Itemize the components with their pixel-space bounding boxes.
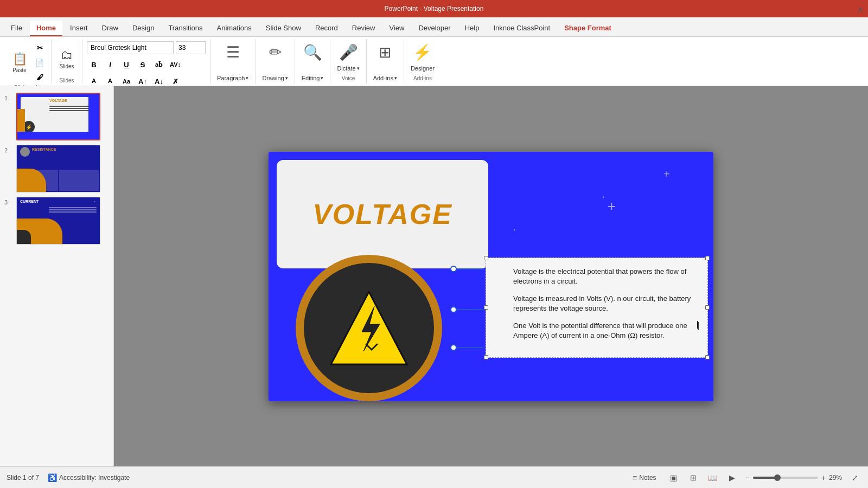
tab-shape-format[interactable]: Shape Format xyxy=(558,21,618,36)
zoom-slider-fill xyxy=(753,477,776,479)
tab-file[interactable]: File xyxy=(4,21,29,36)
italic-button[interactable]: I xyxy=(103,58,117,71)
addins-group[interactable]: ⊞ Add-ins ▾ xyxy=(367,39,404,84)
zoom-slider[interactable] xyxy=(753,477,818,479)
tab-help[interactable]: Help xyxy=(458,21,486,36)
tab-transitions[interactable]: Transitions xyxy=(162,21,209,36)
tab-animations[interactable]: Animations xyxy=(210,21,258,36)
outer-circle xyxy=(296,255,442,401)
ribbon-collapse-btn[interactable]: ∧ xyxy=(857,4,864,15)
zoom-in-icon[interactable]: + xyxy=(821,473,826,482)
zoom-control: − + 29% xyxy=(745,473,842,482)
slide1-text-lines xyxy=(49,106,94,112)
slide-canvas[interactable]: + + + VOLTAGE xyxy=(269,152,713,401)
star-dot-2: ✦ xyxy=(513,228,516,232)
voice-group[interactable]: 🎤 Dictate ▾ Voice xyxy=(330,39,366,84)
slide-sorter-button[interactable]: ⊞ xyxy=(687,471,700,484)
slide-preview-2: RESISTANCE xyxy=(16,145,100,192)
slide-thumb-3[interactable]: 3 CURRENT + xyxy=(0,195,113,247)
tab-slideshow[interactable]: Slide Show xyxy=(259,21,308,36)
zoom-out-icon[interactable]: − xyxy=(745,473,750,482)
slides-label: Slides xyxy=(59,63,74,69)
clipboard-buttons: 📋 Paste ✂ 📄 🖌 xyxy=(9,41,47,84)
ribbon: File Home Insert Draw Design Transitions… xyxy=(0,17,868,86)
tab-review[interactable]: Review xyxy=(346,21,382,36)
selection-handle-mr xyxy=(705,305,710,310)
slide1-bolt-icon: ⚡ xyxy=(25,124,32,130)
tab-home[interactable]: Home xyxy=(30,21,62,36)
tab-insert[interactable]: Insert xyxy=(63,21,94,36)
tab-view[interactable]: View xyxy=(382,21,411,36)
kerning-button[interactable]: AV↕ xyxy=(168,58,182,71)
dictate-icon: 🎤 xyxy=(339,43,358,61)
addins-group-label: Add-ins xyxy=(413,75,432,81)
text-content-box[interactable]: Voltage is the electrical potential that… xyxy=(486,258,708,358)
notes-button[interactable]: ≡ Notes xyxy=(628,472,661,484)
paragraph-icon: ☰ xyxy=(226,43,240,61)
designer-label: Designer xyxy=(411,65,435,72)
paragraph-chevron-icon: ▾ xyxy=(246,75,248,81)
slide-title: VOLTAGE xyxy=(312,198,452,230)
font-group: B I U S ab̄ AV↕ A A Aa A↑ A↓ ✗ Font ⧉ xyxy=(82,39,210,84)
slide1-line2 xyxy=(49,108,94,109)
zoom-slider-thumb[interactable] xyxy=(774,474,781,481)
normal-view-button[interactable]: ▣ xyxy=(667,471,680,484)
slide-preview-3: CURRENT + xyxy=(16,197,100,245)
slide1-card: VOLTAGE ⚡ xyxy=(21,97,96,136)
app-title: PowerPoint - Voltage Presentation xyxy=(385,5,484,12)
paste-button[interactable]: 📋 Paste xyxy=(9,50,30,75)
slide3-plus-icon: + xyxy=(93,200,95,203)
reading-view-button[interactable]: 📖 xyxy=(706,471,719,484)
tab-record[interactable]: Record xyxy=(309,21,344,36)
slide-thumb-2[interactable]: 2 RESISTANCE xyxy=(0,143,113,195)
ribbon-content: 📋 Paste ✂ 📄 🖌 Clipboard ⧉ 🗂 Slides xyxy=(0,37,868,86)
character-spacing-button[interactable]: ab̄ xyxy=(152,58,166,71)
slide3-line2 xyxy=(49,209,97,210)
slide1-line3 xyxy=(49,110,94,111)
inner-circle xyxy=(304,263,434,393)
accessibility-icon: ♿ xyxy=(48,473,57,482)
accessibility-text: Accessibility: Investigate xyxy=(59,474,130,481)
font-size-input[interactable] xyxy=(176,41,206,54)
slide2-thumb-title: RESISTANCE xyxy=(32,147,56,151)
fit-slide-button[interactable]: ⤢ xyxy=(848,471,861,484)
underline-button[interactable]: U xyxy=(119,58,133,71)
designer-group[interactable]: ⚡ Designer Add-ins xyxy=(404,39,441,84)
font-format-row: B I U S ab̄ AV↕ xyxy=(87,58,206,71)
tab-draw[interactable]: Draw xyxy=(95,21,125,36)
tab-design[interactable]: Design xyxy=(126,21,161,36)
triangle-container xyxy=(326,285,412,371)
new-slide-button[interactable]: 🗂 Slides xyxy=(56,46,78,72)
bullet-1-text: Voltage is the electrical potential that… xyxy=(513,267,698,286)
tab-developer[interactable]: Developer xyxy=(412,21,457,36)
slide3-line3 xyxy=(49,211,97,213)
slide3-text-lines xyxy=(48,206,98,229)
status-bar: Slide 1 of 7 ♿ Accessibility: Investigat… xyxy=(0,466,868,488)
strikethrough-button[interactable]: S xyxy=(136,58,150,71)
slide-preview-1: VOLTAGE ⚡ xyxy=(16,93,100,140)
slide1-gold-strip xyxy=(17,109,25,132)
tab-inknoeclasspoint[interactable]: Inknoe ClassPoint xyxy=(487,21,557,36)
drawing-group[interactable]: ✏ Drawing ▾ xyxy=(256,39,295,84)
accessibility-button[interactable]: ♿ Accessibility: Investigate xyxy=(48,473,130,482)
slide1-line1 xyxy=(49,106,94,107)
slide-thumb-1[interactable]: 1 VOLTAGE ⚡ xyxy=(0,91,113,143)
paste-icon: 📋 xyxy=(12,52,27,66)
drawing-icon: ✏ xyxy=(269,43,282,61)
addins-label: Add-ins ▾ xyxy=(373,75,397,81)
editing-group[interactable]: 🔍 Editing ▾ xyxy=(295,39,331,84)
voice-chevron-icon: ▾ xyxy=(357,66,360,71)
zoom-level: 29% xyxy=(829,474,842,481)
format-painter-button[interactable]: 🖌 xyxy=(33,70,47,84)
font-name-input[interactable] xyxy=(87,41,174,54)
bold-button[interactable]: B xyxy=(87,58,101,71)
bullet-3[interactable]: One Volt is the potential difference tha… xyxy=(513,321,698,341)
slideshow-button[interactable]: ▶ xyxy=(726,471,739,484)
copy-button[interactable]: 📄 xyxy=(33,56,47,69)
svg-point-7 xyxy=(451,345,456,350)
paragraph-group[interactable]: ☰ Paragraph ▾ xyxy=(210,39,256,84)
slide-info: Slide 1 of 7 xyxy=(7,474,39,481)
cut-button[interactable]: ✂ xyxy=(33,41,47,54)
text-cursor: | xyxy=(697,321,698,329)
addins-chevron-icon: ▾ xyxy=(394,75,397,81)
